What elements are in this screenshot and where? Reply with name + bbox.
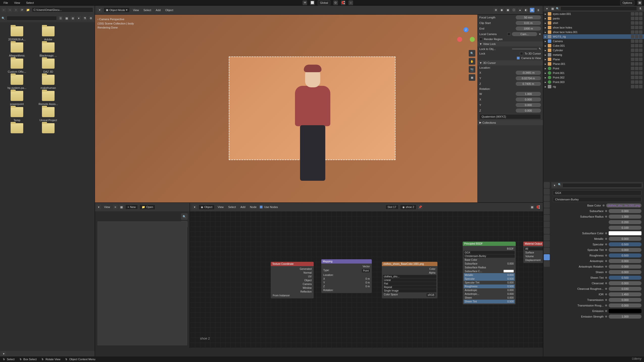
visibility-toggle[interactable] (635, 80, 638, 84)
image-zoom-icon[interactable]: 🔍 (181, 213, 188, 220)
clearcoat-socket[interactable] (605, 282, 607, 284)
nav-gizmo[interactable]: Z (457, 27, 475, 45)
visibility-toggle[interactable] (631, 76, 634, 79)
chevron-icon[interactable]: ▸ (545, 35, 546, 38)
visibility-toggle[interactable] (639, 12, 642, 16)
file-item[interactable]: DAZ 3D (33, 59, 63, 73)
ior-socket[interactable] (605, 293, 607, 295)
props-type-icon[interactable]: ▾ (552, 183, 557, 188)
ss-radius-3[interactable]: 0.100 (609, 226, 641, 230)
transmission-socket[interactable] (605, 299, 607, 301)
outliner-item[interactable]: ▸Point.001 (543, 71, 644, 75)
props-search-input[interactable] (562, 183, 642, 188)
refresh-icon[interactable]: ⟳ (20, 8, 24, 12)
slot-dropdown[interactable]: Slot 17 (385, 204, 399, 210)
visibility-toggle[interactable] (639, 39, 642, 43)
outliner-item[interactable]: ▸Cube.001 (543, 43, 644, 48)
visibility-toggle[interactable] (631, 71, 634, 75)
outliner-type-icon[interactable]: ▾ (545, 6, 549, 11)
tab-data[interactable] (544, 248, 550, 254)
visibility-toggle[interactable] (635, 62, 638, 66)
menu-file[interactable]: File (2, 1, 10, 5)
menu-select[interactable]: Select (24, 1, 35, 5)
distribution-dropdown[interactable]: GGX (553, 190, 641, 195)
clearcoat-rough-value[interactable]: 0.030 (609, 287, 641, 291)
aniso-value[interactable]: 0.000 (609, 259, 641, 263)
file-item[interactable]: Temp (2, 107, 32, 122)
outliner-filter-icon[interactable]: ⚗ (638, 6, 642, 11)
lock-3dcursor-checkbox[interactable] (520, 52, 523, 55)
gizmo-z-axis[interactable]: Z (463, 27, 468, 32)
eyedropper-icon[interactable]: ✎ (539, 47, 541, 50)
visibility-toggle[interactable] (639, 48, 642, 52)
visibility-toggle[interactable] (631, 58, 634, 61)
settings-icon[interactable]: ⚙ (89, 16, 93, 20)
sss-method-dropdown[interactable]: Christensen-Burley (553, 197, 641, 202)
chevron-icon[interactable]: ▸ (545, 53, 546, 57)
image-open-button[interactable]: 📁 Open (139, 204, 155, 210)
metallic-value[interactable]: 0.000 (609, 237, 641, 241)
tab-world[interactable] (544, 208, 550, 214)
visibility-toggle[interactable] (639, 76, 642, 79)
mode-dropdown[interactable]: ▣ Object Mode ▾ (104, 7, 130, 13)
outliner-item[interactable]: ▸Plane.001 (543, 62, 644, 66)
visibility-toggle[interactable] (631, 53, 634, 57)
collections-header[interactable]: ▶ Collections (477, 120, 543, 125)
chevron-icon[interactable]: ▸ (545, 85, 546, 88)
visibility-toggle[interactable] (631, 21, 634, 25)
visibility-toggle[interactable] (635, 21, 638, 25)
node-menu-select[interactable]: Select (227, 205, 237, 209)
display-list-icon[interactable]: ☰ (58, 16, 63, 20)
local-camera-value[interactable]: Cam... (512, 32, 537, 36)
emission-str-socket[interactable] (605, 316, 607, 318)
node-canvas[interactable]: shoe 2 Texture Coordinate GeneratedNorma… (190, 211, 543, 348)
pause-render-icon[interactable]: ⏸ (536, 8, 540, 12)
close-icon[interactable]: ✕ (539, 33, 541, 36)
file-item[interactable]: Remote Assis... (33, 91, 63, 106)
focal-length-value[interactable]: 50 mm (516, 15, 541, 19)
outliner-item[interactable]: ▸metarig (543, 53, 644, 57)
display-thumb-icon[interactable]: ⊞ (70, 16, 75, 20)
visibility-toggle[interactable] (631, 62, 634, 66)
tab-material[interactable] (544, 254, 550, 260)
node-principled-bsdf[interactable]: Principled BSDF BSDF GGX Christensen-Bur… (463, 242, 516, 304)
chevron-icon[interactable]: ▸ (545, 17, 546, 20)
tab-scene[interactable] (544, 202, 550, 208)
gizmo-y-axis[interactable] (470, 37, 475, 42)
aniso-rot-socket[interactable] (605, 266, 607, 268)
node-image-texture[interactable]: clothes_shoes_BaseColor.1001.png Color A… (382, 262, 437, 298)
render-region-checkbox[interactable] (479, 38, 482, 41)
file-item[interactable]: powerpoint (2, 91, 32, 106)
visibility-toggle[interactable] (631, 67, 634, 70)
visibility-toggle[interactable] (631, 17, 634, 20)
node-menu-node[interactable]: Node (249, 205, 258, 209)
shading-matprev-icon[interactable]: ◐ (524, 8, 528, 12)
node-object-dropdown[interactable]: ◉ Object (199, 204, 215, 210)
node-editor-type-icon[interactable]: ▾ (192, 205, 197, 209)
visibility-toggle[interactable] (639, 71, 642, 75)
chevron-icon[interactable]: ▸ (545, 49, 546, 52)
node-menu-view[interactable]: View (216, 205, 225, 209)
visibility-toggle[interactable] (639, 17, 642, 20)
editor-type-3d-icon[interactable]: ▾ (97, 8, 102, 12)
options-dropdown[interactable]: Options (620, 0, 634, 5)
outliner-item[interactable]: ▸WGTS_rig (543, 34, 644, 39)
visibility-toggle[interactable] (631, 26, 634, 29)
visibility-toggle[interactable] (639, 67, 642, 70)
outliner-item[interactable]: ▸pants (543, 16, 644, 21)
tab-constraint[interactable] (544, 241, 550, 247)
trans-rough-value[interactable]: 0.000 (609, 303, 641, 307)
orientation-dropdown[interactable]: Global (318, 0, 330, 5)
tab-object[interactable] (544, 215, 550, 221)
overlay-toggle-icon[interactable]: ◉ (500, 8, 504, 12)
outliner-display-icon[interactable]: ▦ (550, 6, 555, 11)
material-selector[interactable]: ◉ shoe 2 (400, 204, 416, 210)
editor-type-icon[interactable]: ▾ (2, 351, 6, 356)
chevron-icon[interactable]: ▸ (545, 40, 546, 43)
chevron-icon[interactable]: ▸ (545, 58, 546, 61)
visibility-toggle[interactable] (639, 35, 642, 38)
tab-physics[interactable] (544, 235, 550, 241)
shading-wireframe-icon[interactable]: ⬡ (512, 8, 516, 12)
outliner-item[interactable]: ▸Point (543, 66, 644, 71)
ss-radius-2[interactable]: 0.200 (609, 220, 641, 224)
